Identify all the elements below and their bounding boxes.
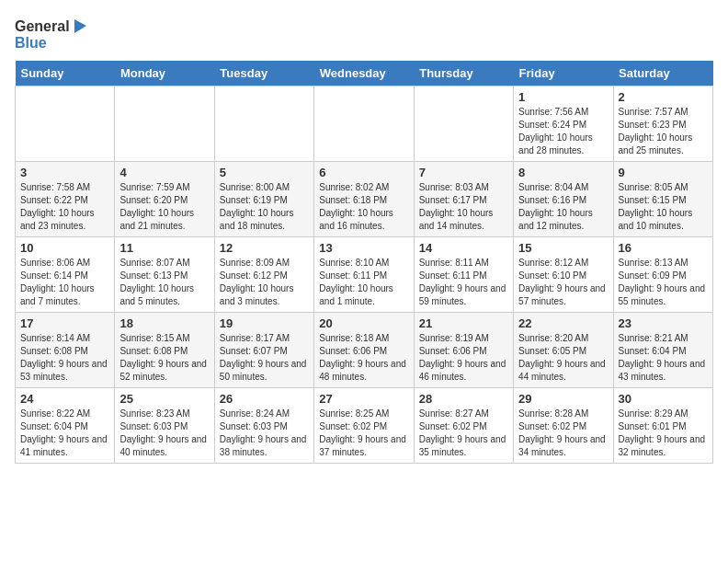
day-info: Sunrise: 8:24 AM Sunset: 6:03 PM Dayligh… (220, 408, 309, 459)
weekday-header-sunday: Sunday (16, 61, 115, 86)
day-info: Sunrise: 8:14 AM Sunset: 6:08 PM Dayligh… (20, 332, 109, 384)
weekday-header-wednesday: Wednesday (314, 61, 414, 86)
day-number: 30 (619, 392, 708, 406)
day-number: 12 (220, 241, 309, 255)
calendar-cell: 15Sunrise: 8:12 AM Sunset: 6:10 PM Dayli… (514, 237, 613, 313)
calendar-cell: 19Sunrise: 8:17 AM Sunset: 6:07 PM Dayli… (214, 313, 313, 388)
day-number: 8 (518, 166, 608, 179)
day-info: Sunrise: 8:09 AM Sunset: 6:12 PM Dayligh… (220, 257, 309, 308)
calendar-week-row: 1Sunrise: 7:56 AM Sunset: 6:24 PM Daylig… (16, 86, 713, 162)
day-info: Sunrise: 8:13 AM Sunset: 6:09 PM Dayligh… (619, 257, 708, 308)
day-number: 7 (419, 166, 508, 179)
day-number: 28 (419, 392, 508, 406)
calendar-cell: 14Sunrise: 8:11 AM Sunset: 6:11 PM Dayli… (414, 237, 513, 313)
calendar-cell (314, 86, 414, 162)
day-info: Sunrise: 8:06 AM Sunset: 6:14 PM Dayligh… (20, 257, 109, 308)
day-info: Sunrise: 8:02 AM Sunset: 6:18 PM Dayligh… (319, 181, 408, 233)
calendar-week-row: 3Sunrise: 7:58 AM Sunset: 6:22 PM Daylig… (16, 162, 713, 237)
day-info: Sunrise: 8:19 AM Sunset: 6:06 PM Dayligh… (419, 332, 508, 384)
calendar-cell: 24Sunrise: 8:22 AM Sunset: 6:04 PM Dayli… (16, 388, 115, 464)
calendar-cell: 30Sunrise: 8:29 AM Sunset: 6:01 PM Dayli… (613, 388, 712, 464)
day-info: Sunrise: 8:23 AM Sunset: 6:03 PM Dayligh… (119, 408, 209, 459)
weekday-header-row: SundayMondayTuesdayWednesdayThursdayFrid… (16, 61, 713, 86)
day-number: 3 (20, 166, 109, 179)
calendar-cell: 5Sunrise: 8:00 AM Sunset: 6:19 PM Daylig… (214, 162, 313, 237)
calendar-cell: 26Sunrise: 8:24 AM Sunset: 6:03 PM Dayli… (214, 388, 313, 464)
calendar-cell: 27Sunrise: 8:25 AM Sunset: 6:02 PM Dayli… (314, 388, 414, 464)
calendar-cell: 28Sunrise: 8:27 AM Sunset: 6:02 PM Dayli… (414, 388, 513, 464)
day-info: Sunrise: 8:22 AM Sunset: 6:04 PM Dayligh… (20, 408, 109, 459)
day-number: 5 (220, 166, 309, 179)
calendar-cell (115, 86, 214, 162)
day-number: 22 (518, 316, 608, 330)
day-number: 24 (20, 392, 109, 406)
calendar-table: SundayMondayTuesdayWednesdayThursdayFrid… (15, 61, 713, 464)
weekday-header-thursday: Thursday (414, 61, 513, 86)
day-number: 2 (619, 90, 708, 104)
calendar-week-row: 24Sunrise: 8:22 AM Sunset: 6:04 PM Dayli… (16, 388, 713, 464)
svg-marker-2 (74, 19, 86, 33)
calendar-cell: 16Sunrise: 8:13 AM Sunset: 6:09 PM Dayli… (613, 237, 712, 313)
weekday-header-friday: Friday (514, 61, 613, 86)
calendar-cell: 29Sunrise: 8:28 AM Sunset: 6:02 PM Dayli… (514, 388, 613, 464)
day-number: 27 (319, 392, 408, 406)
calendar-cell: 3Sunrise: 7:58 AM Sunset: 6:22 PM Daylig… (16, 162, 115, 237)
day-info: Sunrise: 7:58 AM Sunset: 6:22 PM Dayligh… (20, 181, 109, 233)
calendar-cell: 17Sunrise: 8:14 AM Sunset: 6:08 PM Dayli… (16, 313, 115, 388)
day-info: Sunrise: 8:07 AM Sunset: 6:13 PM Dayligh… (119, 257, 209, 308)
day-info: Sunrise: 8:20 AM Sunset: 6:05 PM Dayligh… (518, 332, 608, 384)
day-number: 1 (518, 90, 608, 104)
calendar-cell: 25Sunrise: 8:23 AM Sunset: 6:03 PM Dayli… (115, 388, 214, 464)
calendar-cell: 9Sunrise: 8:05 AM Sunset: 6:15 PM Daylig… (613, 162, 712, 237)
day-number: 18 (119, 316, 209, 330)
calendar-cell: 23Sunrise: 8:21 AM Sunset: 6:04 PM Dayli… (613, 313, 712, 388)
day-info: Sunrise: 8:05 AM Sunset: 6:15 PM Dayligh… (619, 181, 708, 233)
calendar-cell: 21Sunrise: 8:19 AM Sunset: 6:06 PM Dayli… (414, 313, 513, 388)
calendar-week-row: 10Sunrise: 8:06 AM Sunset: 6:14 PM Dayli… (16, 237, 713, 313)
day-number: 20 (319, 316, 408, 330)
day-number: 4 (119, 166, 209, 179)
day-info: Sunrise: 8:18 AM Sunset: 6:06 PM Dayligh… (319, 332, 408, 384)
day-info: Sunrise: 8:11 AM Sunset: 6:11 PM Dayligh… (419, 257, 508, 308)
calendar-cell: 22Sunrise: 8:20 AM Sunset: 6:05 PM Dayli… (514, 313, 613, 388)
day-info: Sunrise: 8:00 AM Sunset: 6:19 PM Dayligh… (220, 181, 309, 233)
calendar-cell: 12Sunrise: 8:09 AM Sunset: 6:12 PM Dayli… (214, 237, 313, 313)
calendar-cell (214, 86, 313, 162)
day-info: Sunrise: 7:56 AM Sunset: 6:24 PM Dayligh… (518, 106, 608, 157)
day-info: Sunrise: 8:29 AM Sunset: 6:01 PM Dayligh… (619, 408, 708, 459)
logo: GeneralBlue (15, 15, 88, 52)
day-number: 23 (619, 316, 708, 330)
day-number: 9 (619, 166, 708, 179)
day-number: 14 (419, 241, 508, 255)
weekday-header-monday: Monday (115, 61, 214, 86)
day-info: Sunrise: 8:15 AM Sunset: 6:08 PM Dayligh… (119, 332, 209, 384)
calendar-cell: 2Sunrise: 7:57 AM Sunset: 6:23 PM Daylig… (613, 86, 712, 162)
calendar-cell: 7Sunrise: 8:03 AM Sunset: 6:17 PM Daylig… (414, 162, 513, 237)
weekday-header-saturday: Saturday (613, 61, 712, 86)
calendar-cell: 20Sunrise: 8:18 AM Sunset: 6:06 PM Dayli… (314, 313, 414, 388)
calendar-cell: 4Sunrise: 7:59 AM Sunset: 6:20 PM Daylig… (115, 162, 214, 237)
calendar-cell (414, 86, 513, 162)
day-number: 13 (319, 241, 408, 255)
day-info: Sunrise: 8:28 AM Sunset: 6:02 PM Dayligh… (518, 408, 608, 459)
day-info: Sunrise: 8:10 AM Sunset: 6:11 PM Dayligh… (319, 257, 408, 308)
calendar-week-row: 17Sunrise: 8:14 AM Sunset: 6:08 PM Dayli… (16, 313, 713, 388)
day-number: 6 (319, 166, 408, 179)
day-info: Sunrise: 8:21 AM Sunset: 6:04 PM Dayligh… (619, 332, 708, 384)
day-number: 25 (119, 392, 209, 406)
day-number: 26 (220, 392, 309, 406)
svg-text:Blue: Blue (15, 35, 47, 51)
header: GeneralBlue (15, 15, 713, 52)
calendar-cell: 6Sunrise: 8:02 AM Sunset: 6:18 PM Daylig… (314, 162, 414, 237)
day-number: 16 (619, 241, 708, 255)
calendar-cell: 1Sunrise: 7:56 AM Sunset: 6:24 PM Daylig… (514, 86, 613, 162)
day-info: Sunrise: 7:57 AM Sunset: 6:23 PM Dayligh… (619, 106, 708, 157)
day-info: Sunrise: 8:25 AM Sunset: 6:02 PM Dayligh… (319, 408, 408, 459)
day-number: 10 (20, 241, 109, 255)
calendar-cell: 13Sunrise: 8:10 AM Sunset: 6:11 PM Dayli… (314, 237, 414, 313)
calendar-cell: 11Sunrise: 8:07 AM Sunset: 6:13 PM Dayli… (115, 237, 214, 313)
logo-svg: GeneralBlue (15, 15, 88, 52)
day-info: Sunrise: 8:04 AM Sunset: 6:16 PM Dayligh… (518, 181, 608, 233)
weekday-header-tuesday: Tuesday (214, 61, 313, 86)
svg-text:General: General (15, 18, 70, 34)
